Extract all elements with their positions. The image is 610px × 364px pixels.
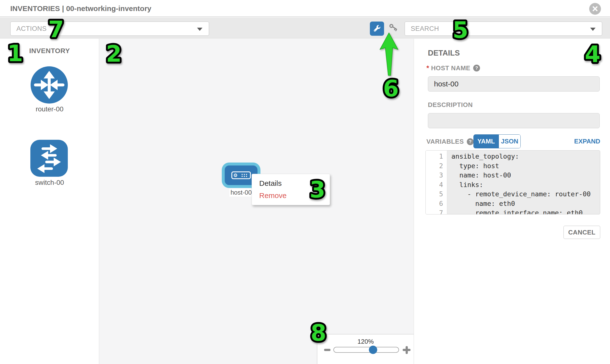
details-panel-title: DETAILS [428,49,460,58]
chevron-down-icon [590,28,596,31]
toolbar-mode-button[interactable] [370,22,384,36]
variables-format-toggle: YAML JSON [473,134,521,148]
router-icon [31,66,68,104]
cancel-button-label: CANCEL [568,229,595,236]
line-number: 6 [426,199,447,208]
sidebar-item-router-label: router-00 [0,105,99,113]
tab-json[interactable]: JSON [499,135,520,148]
tab-yaml[interactable]: YAML [474,135,499,148]
code-line: remote_interface_name: eth0 [447,208,600,214]
actions-dropdown[interactable]: ACTIONS [10,22,209,36]
sidebar-item-router[interactable] [31,66,68,104]
code-line: links: [447,180,600,190]
editor-code: ansible_topology: type: host name: host-… [447,151,600,214]
line-number: 7 [426,208,447,214]
description-label: DESCRIPTION [428,101,473,109]
zoom-slider[interactable] [333,347,399,353]
code-line: type: host [447,161,600,171]
editor-gutter: 1 2 3 4 5 6 7 [426,151,447,214]
search-dropdown[interactable]: SEARCH [405,22,602,36]
host-name-field-row: * HOST NAME ? [427,64,480,72]
close-icon[interactable]: × [589,3,601,15]
actions-placeholder: ACTIONS [16,25,47,33]
expand-link[interactable]: EXPAND [552,138,600,145]
line-number: 2 [426,161,447,171]
variables-row: VARIABLES ? [427,138,474,145]
host-node-label: host-00 [229,188,253,196]
zoom-out-button[interactable] [324,349,330,351]
zoom-in-button-bar[interactable] [406,346,408,354]
wrench-icon [372,24,382,33]
required-asterisk: * [427,64,429,72]
line-number: 4 [426,180,447,190]
help-icon[interactable]: ? [473,65,480,71]
host-name-label: HOST NAME [431,64,470,72]
sidebar-item-switch[interactable] [30,140,68,177]
search-placeholder: SEARCH [411,25,439,33]
sidebar-title: INVENTORY [0,47,99,55]
code-line: name: eth0 [447,199,600,208]
toolbar: ACTIONS SEARCH [0,17,610,39]
host-name-input[interactable] [428,76,600,91]
close-glyph: × [592,4,598,14]
page-header: INVENTORIES | 00-networking-inventory × [0,0,610,17]
code-line: name: host-00 [447,171,600,180]
zoom-slider-thumb[interactable] [369,346,377,354]
cancel-button[interactable]: CANCEL [563,226,600,239]
line-number: 1 [426,152,447,161]
code-line: - remote_device_name: router-00 [447,189,600,199]
sidebar-item-switch-label: switch-00 [0,179,99,186]
page-title: INVENTORIES | 00-networking-inventory [10,0,151,17]
zoom-control-panel: 120% [317,334,414,364]
host-icon [231,171,251,179]
line-number: 5 [426,189,447,199]
switch-icon [30,140,68,177]
variables-label: VARIABLES [427,138,464,145]
zoom-level-label: 120% [317,338,414,345]
line-number: 3 [426,171,447,180]
context-menu-item-details[interactable]: Details [259,178,330,188]
context-menu: Details Remove [252,174,330,205]
chevron-down-icon [197,28,202,31]
description-input[interactable] [428,113,600,128]
key-icon [388,23,399,33]
context-menu-item-remove[interactable]: Remove [259,190,330,201]
variables-code-editor[interactable]: 1 2 3 4 5 6 7 ansible_topology: type: ho… [426,150,600,214]
code-line: ansible_topology: [447,152,600,161]
help-icon[interactable]: ? [467,138,474,145]
key-tool-button[interactable] [388,23,399,33]
